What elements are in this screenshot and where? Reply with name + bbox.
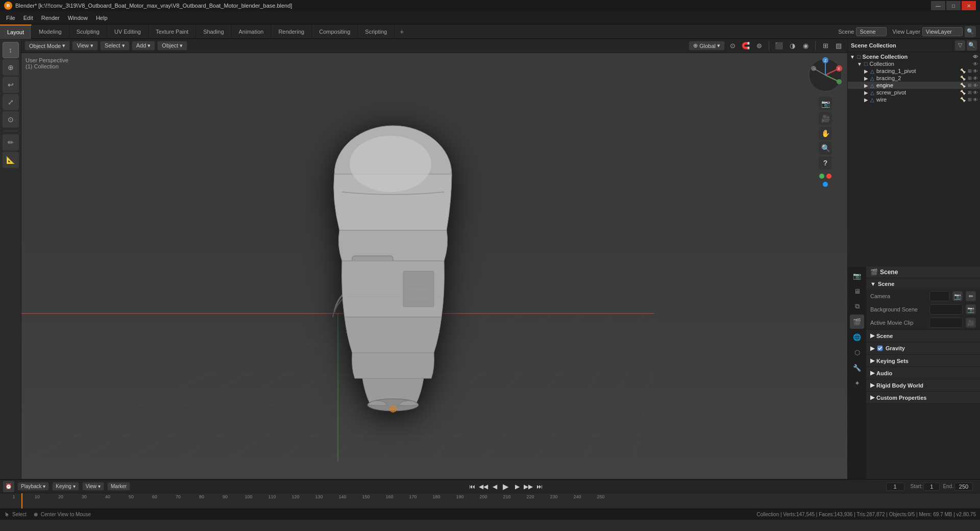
object-menu[interactable]: Object ▾ [157, 41, 187, 51]
camera-value[interactable] [929, 291, 949, 301]
solid-shading-icon[interactable]: ⬛ [773, 40, 785, 52]
camera-pick-btn[interactable]: 📷 [952, 291, 963, 301]
object-props-icon[interactable]: ⬡ [850, 345, 864, 359]
3d-viewport[interactable]: User Perspective (1) Collection X [21, 53, 847, 479]
scene-props-icon[interactable]: 🎬 [850, 315, 864, 329]
outliner-item-wire[interactable]: ▶ △ wire 🦴 ⊞ 👁 [848, 96, 980, 103]
play-button[interactable]: ▶ [501, 481, 511, 492]
gravity-checkbox[interactable] [876, 345, 884, 352]
overlay-icon[interactable]: ⊞ [820, 40, 831, 52]
mode-selector[interactable]: Object Mode ▾ [24, 41, 70, 51]
vis-icon-scene[interactable]: 👁 [973, 54, 978, 60]
close-button[interactable]: ✕ [962, 1, 976, 10]
render-props-icon[interactable]: 📷 [850, 269, 864, 283]
units-section-header[interactable]: ▶ Scene [866, 330, 980, 342]
step-forward-button[interactable]: ▶ [512, 481, 522, 492]
maximize-button[interactable]: □ [946, 1, 961, 10]
view-menu-timeline[interactable]: View ▾ [82, 482, 104, 491]
pan-icon[interactable]: ✋ [819, 127, 832, 140]
view-menu[interactable]: View ▾ [72, 41, 98, 51]
view-layer-props-icon[interactable]: ⧉ [850, 299, 864, 313]
xray-icon[interactable]: ▨ [833, 40, 844, 52]
particles-props-icon[interactable]: ✦ [850, 376, 864, 390]
prev-keyframe-button[interactable]: ◀◀ [478, 481, 488, 492]
start-frame-input[interactable]: 1 [923, 482, 940, 491]
proportional-icon[interactable]: ⊚ [753, 40, 765, 52]
timeline-ruler[interactable]: 1 10 20 30 40 50 60 70 80 90 100 110 120… [0, 493, 980, 509]
view-layer-selector[interactable]: ViewLayer [922, 27, 963, 36]
tab-shading[interactable]: Shading [196, 25, 231, 39]
tab-texture-paint[interactable]: Texture Paint [149, 25, 196, 39]
custom-props-section-header[interactable]: ▶ Custom Properties [866, 392, 980, 403]
menu-help[interactable]: Help [92, 13, 112, 22]
tab-sculpting[interactable]: Sculpting [69, 25, 107, 39]
tab-modeling[interactable]: Modeling [32, 25, 69, 39]
timeline-clock-icon[interactable]: ⏰ [3, 481, 14, 492]
jump-start-button[interactable]: ⏮ [467, 481, 477, 492]
movie-clip-value[interactable] [929, 318, 963, 328]
add-menu[interactable]: Add ▾ [132, 41, 156, 51]
render-icon[interactable]: 🎥 [819, 112, 832, 125]
vis-icon-screw[interactable]: 👁 [973, 90, 978, 95]
add-workspace-button[interactable]: + [395, 26, 409, 38]
current-frame-input[interactable]: 1 [886, 482, 904, 491]
marker-menu[interactable]: Marker [107, 482, 130, 491]
bg-scene-value[interactable] [929, 304, 963, 315]
vis-icon-collection[interactable]: 👁 [973, 61, 978, 67]
keying-menu[interactable]: Keying ▾ [52, 482, 79, 491]
camera-edit-btn[interactable]: ✏ [966, 291, 976, 301]
playback-menu[interactable]: Playback ▾ [17, 482, 49, 491]
minimize-button[interactable]: — [931, 1, 945, 10]
scale-tool[interactable]: ⤢ [3, 94, 19, 110]
help-icon[interactable]: ? [819, 156, 832, 170]
menu-edit[interactable]: Edit [19, 13, 37, 22]
camera-view-icon[interactable]: 📷 [819, 97, 832, 110]
keying-section-header[interactable]: ▶ Keying Sets [866, 355, 980, 367]
zoom-icon[interactable]: 🔍 [819, 141, 832, 155]
select-tool[interactable]: ↕ [3, 42, 19, 58]
scene-section-header[interactable]: ▼ Scene [866, 278, 980, 289]
global-orientation[interactable]: ⊕ Global ▾ [689, 41, 725, 51]
menu-render[interactable]: Render [37, 13, 64, 22]
outliner-item-screw[interactable]: ▶ △ screw_pivot 🦴 ⊞ 👁 [848, 89, 980, 96]
end-frame-input[interactable]: 250 [954, 482, 973, 491]
tab-rendering[interactable]: Rendering [271, 25, 312, 39]
next-keyframe-button[interactable]: ▶▶ [523, 481, 533, 492]
pivot-icon[interactable]: ⊙ [727, 40, 738, 52]
step-back-button[interactable]: ◀ [489, 481, 500, 492]
rotate-tool[interactable]: ↩ [3, 77, 19, 93]
scene-selector[interactable]: Scene [856, 27, 886, 36]
search-icon[interactable]: 🔍 [965, 26, 976, 37]
snap-icon[interactable]: 🧲 [740, 40, 751, 52]
vis-icon-engine[interactable]: 👁 [973, 83, 978, 88]
world-props-icon[interactable]: 🌐 [850, 330, 864, 344]
outliner-filter-icon[interactable]: ▽ [955, 40, 965, 51]
menu-file[interactable]: File [2, 13, 19, 22]
rigid-body-section-header[interactable]: ▶ Rigid Body World [866, 379, 980, 391]
modifier-props-icon[interactable]: 🔧 [850, 360, 864, 375]
tab-uv-editing[interactable]: UV Editing [107, 25, 149, 39]
outliner-item-bracing1[interactable]: ▶ △ bracing_1_pivot 🦴 ⊞ 👁 [848, 67, 980, 75]
rendered-icon[interactable]: ◉ [800, 40, 811, 52]
move-tool[interactable]: ⊕ [3, 59, 19, 76]
annotate-tool[interactable]: ✏ [3, 134, 19, 151]
jump-end-button[interactable]: ⏭ [534, 481, 545, 492]
outliner-item-engine[interactable]: ▶ △ engine 🦴 ⊞ 👁 [848, 82, 980, 89]
tab-layout[interactable]: Layout [0, 25, 32, 39]
tab-compositing[interactable]: Compositing [312, 25, 358, 39]
outliner-item-bracing2[interactable]: ▶ △ bracing_2 🦴 ⊞ 👁 [848, 75, 980, 82]
vis-icon-wire[interactable]: 👁 [973, 97, 978, 103]
movie-clip-pick-btn[interactable]: 🎥 [966, 318, 976, 328]
transform-tool[interactable]: ⊙ [3, 111, 19, 128]
tab-scripting[interactable]: Scripting [358, 25, 395, 39]
output-props-icon[interactable]: 🖥 [850, 284, 864, 298]
material-preview-icon[interactable]: ◑ [787, 40, 798, 52]
bg-scene-pick-btn[interactable]: 📷 [966, 304, 976, 315]
orientation-gizmo[interactable]: X Z [807, 57, 843, 93]
outliner-search-icon[interactable]: 🔍 [967, 40, 977, 51]
audio-section-header[interactable]: ▶ Audio [866, 367, 980, 379]
outliner-item-scene-collection[interactable]: ▼ □ Scene Collection 👁 [848, 53, 980, 60]
gravity-section-header[interactable]: ▶ Gravity [866, 342, 980, 354]
tab-animation[interactable]: Animation [232, 25, 272, 39]
vis-icon-bracing1[interactable]: 👁 [973, 68, 978, 74]
